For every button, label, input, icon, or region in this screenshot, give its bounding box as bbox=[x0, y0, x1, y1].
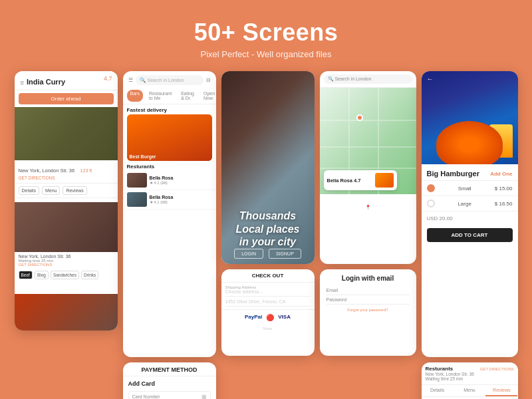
search-placeholder: Search in London bbox=[148, 78, 184, 82]
reviews-rest-header: Resturants GET DIRECTIONS New York, Lond… bbox=[422, 362, 518, 385]
restaurant-rating: 4.7 bbox=[104, 75, 112, 82]
burger-promo-image: Best Burger bbox=[127, 114, 212, 161]
confirm-address: 1452 Olive Drive, Fresno, CA bbox=[225, 299, 311, 304]
burger-name-label: Big Hamburger bbox=[427, 170, 479, 178]
mastercard-icon[interactable]: 🔴 bbox=[266, 314, 274, 321]
paypal-icon[interactable]: PayPal bbox=[245, 314, 262, 321]
action-row-2: Beef Blog Sandwiches Drinks bbox=[15, 269, 118, 281]
map-search-box[interactable]: 🔍 Search in London bbox=[324, 74, 412, 84]
size-large-option[interactable]: Large $ 16.50 bbox=[422, 196, 518, 211]
map-pin bbox=[356, 114, 363, 121]
add-to-cart-button[interactable]: ADD TO CART bbox=[427, 228, 513, 242]
directions-2[interactable]: GET DIRECTIONS bbox=[19, 263, 114, 267]
screen-payment: PAYMENT METHOD Add Card Card Number ▦ Ex… bbox=[123, 362, 216, 399]
restaurant-row-2[interactable]: Bella Rosa ★ 4.1 (98) bbox=[123, 190, 216, 209]
main-title: 50+ Screens bbox=[0, 19, 532, 47]
promo-text: Thousands Local places in your city bbox=[235, 209, 299, 248]
tab-near[interactable]: Restaurant to Me bbox=[146, 90, 175, 102]
sandwiches-btn[interactable]: Sandwiches bbox=[51, 271, 79, 279]
screen-checkout: CHECK OUT Shipping Address Choose addres… bbox=[221, 269, 315, 356]
screen-india-curry: ☰ India Curry 4.7 Order ahead New York, … bbox=[15, 71, 118, 331]
screen-search: ☰ 🔍 Search in London ⊟ Bars Restaurant t… bbox=[123, 71, 216, 357]
restaurant-info-2: Bella Rosa ★ 4.1 (98) bbox=[150, 195, 212, 204]
card-number-label: Card Number bbox=[132, 394, 160, 399]
restaurant-image-1 bbox=[127, 173, 147, 188]
map-search-icon: 🔍 bbox=[328, 76, 334, 81]
login-button[interactable]: LOGIN bbox=[234, 249, 263, 259]
tab-open[interactable]: Open Now bbox=[200, 90, 215, 102]
header-section: 50+ Screens Pixel Perfect - Well organiz… bbox=[0, 0, 532, 59]
details-btn[interactable]: Details bbox=[19, 186, 39, 195]
restaurant-meta-1: ★ 4.1 (98) bbox=[150, 180, 212, 185]
drinks-btn[interactable]: Drinks bbox=[81, 271, 98, 279]
address-text-2: New York, London Str. 36 bbox=[19, 254, 114, 259]
road-h3 bbox=[320, 168, 416, 169]
map-bottom-icon: 📍 bbox=[365, 205, 371, 210]
screen-login: Login with email Email Password Forgot y… bbox=[320, 269, 416, 356]
add-one-link[interactable]: Add One bbox=[490, 171, 512, 177]
filter-tabs: Bars Restaurant to Me Eating & Dr. Open … bbox=[123, 88, 216, 104]
restaurant-name: India Curry bbox=[27, 78, 65, 86]
food-image-2 bbox=[15, 202, 118, 252]
payment-header: PAYMENT METHOD bbox=[123, 362, 216, 376]
tab-details[interactable]: Details bbox=[422, 385, 454, 396]
tab-reviews[interactable]: Reviews bbox=[485, 385, 517, 396]
screen1-topbar: ☰ India Curry 4.7 bbox=[15, 71, 118, 90]
back-button[interactable]: ← bbox=[427, 75, 434, 82]
shipping-field: Shipping Address Choose address... bbox=[225, 285, 311, 297]
add-card-title: Add Card bbox=[123, 376, 216, 389]
size-small-label: Small bbox=[458, 186, 471, 192]
map-card-name: Bella Rosa 4.7 bbox=[327, 178, 372, 184]
total-row: USD 20.00 bbox=[422, 211, 518, 225]
road-h2 bbox=[320, 146, 416, 148]
reviews-directions[interactable]: GET DIRECTIONS bbox=[480, 367, 514, 371]
beef-btn[interactable]: Beef bbox=[19, 271, 33, 279]
reviews-rest-name: Resturants bbox=[426, 366, 454, 372]
map-area: Bella Rosa 4.7 bbox=[320, 88, 416, 194]
address-text-1: New York, London Str. 36 bbox=[19, 168, 75, 174]
tab-menu[interactable]: Menu bbox=[454, 385, 485, 396]
card-number-input[interactable]: Card Number ▦ bbox=[128, 391, 211, 399]
map-info-card[interactable]: Bella Rosa 4.7 bbox=[324, 170, 397, 190]
blog-btn[interactable]: Blog bbox=[35, 271, 49, 279]
col-promo-checkout: Thousands Local places in your city LOGI… bbox=[221, 71, 315, 356]
hamburger-icon: ☰ bbox=[128, 77, 133, 83]
email-field[interactable]: Email bbox=[327, 288, 410, 295]
size-large-price: $ 16.50 bbox=[495, 201, 513, 207]
size-large-dot[interactable] bbox=[427, 200, 435, 207]
screens-container: ☰ India Curry 4.7 Order ahead New York, … bbox=[0, 71, 532, 399]
filter-icon[interactable]: ⊟ bbox=[206, 77, 211, 83]
directions-1[interactable]: GET DIRECTIONS bbox=[19, 176, 114, 180]
forgot-password-link[interactable]: Forgot your password? bbox=[320, 308, 416, 312]
tab-eating[interactable]: Eating & Dr. bbox=[178, 90, 198, 102]
order-ahead-button[interactable]: Order ahead bbox=[19, 93, 114, 104]
food-image-1 bbox=[15, 107, 118, 160]
restaurant-name-1: Bella Rosa bbox=[150, 176, 212, 180]
product-name: Big Hamburger Add One bbox=[427, 170, 513, 178]
menu-btn[interactable]: Menu bbox=[42, 186, 61, 195]
shipping-value[interactable]: Choose address... bbox=[225, 289, 311, 294]
reviews-btn[interactable]: Reviews bbox=[63, 186, 86, 195]
promo-btn-row: LOGIN SIGNUP bbox=[234, 249, 301, 259]
tab-bars[interactable]: Bars bbox=[127, 90, 143, 102]
distance-1: 123 ft bbox=[80, 168, 92, 173]
action-row-1: Details Menu Reviews bbox=[15, 184, 118, 198]
sub-title: Pixel Perfect - Well organized files bbox=[0, 49, 532, 59]
map-bottom-bar: 📍 bbox=[320, 194, 416, 221]
product-info: Big Hamburger Add One bbox=[422, 164, 518, 181]
search-box[interactable]: 🔍 Search in London bbox=[136, 75, 203, 85]
restaurant-name-2: Bella Rosa bbox=[150, 195, 212, 200]
col-burger-reviews: ← Big Hamburger Add One Small $ 15.00 La… bbox=[422, 71, 518, 399]
restaurant-row-1[interactable]: Bella Rosa ★ 4.1 (98) bbox=[123, 171, 216, 190]
visa-icon[interactable]: VISA bbox=[278, 314, 291, 321]
promo-background: Thousands Local places in your city LOGI… bbox=[221, 71, 315, 264]
size-small-option[interactable]: Small $ 15.00 bbox=[422, 181, 518, 196]
size-small-dot[interactable] bbox=[427, 184, 435, 192]
signup-button[interactable]: SIGNUP bbox=[269, 249, 301, 259]
col-search-payment: ☰ 🔍 Search in London ⊟ Bars Restaurant t… bbox=[123, 71, 216, 399]
map-top-bar: 🔍 Search in London bbox=[320, 71, 416, 88]
password-field[interactable]: Password bbox=[327, 297, 410, 305]
col-map-login: 🔍 Search in London Bella Rosa 4.7 bbox=[320, 71, 416, 356]
checkout-header: CHECK OUT bbox=[221, 269, 315, 283]
restaurants-title: Resturants bbox=[123, 161, 216, 171]
